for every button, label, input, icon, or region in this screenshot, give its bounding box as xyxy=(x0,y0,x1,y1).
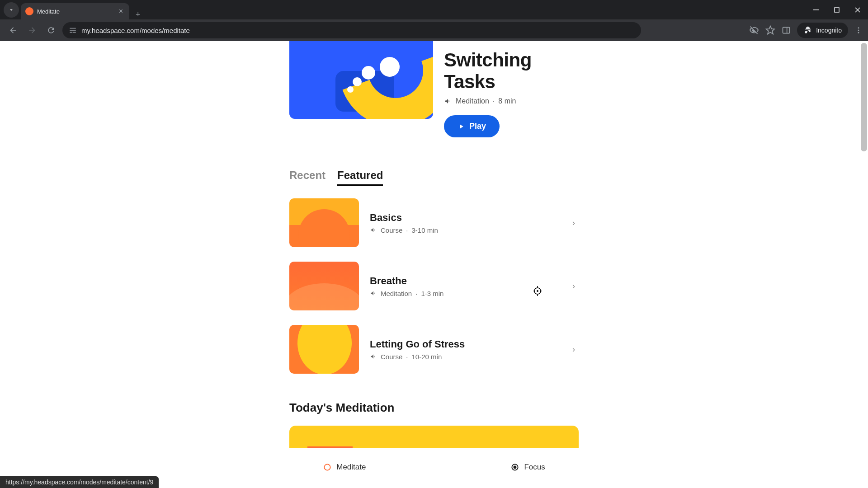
play-button[interactable]: Play xyxy=(444,115,500,137)
item-thumbnail xyxy=(289,262,359,310)
maximize-button[interactable] xyxy=(826,0,847,19)
item-title: Basics xyxy=(370,212,561,224)
hero-card: Switching Tasks Meditation · 8 min Play xyxy=(289,41,579,137)
audio-icon xyxy=(444,97,452,105)
section-today-title: Today's Meditation xyxy=(289,401,579,415)
status-bar: https://my.headspace.com/modes/meditate/… xyxy=(0,476,159,488)
page-viewport: Switching Tasks Meditation · 8 min Play … xyxy=(0,41,868,488)
tab-title: Meditate xyxy=(37,8,113,15)
new-tab-button[interactable]: + xyxy=(129,10,147,19)
meditate-icon xyxy=(323,463,332,472)
reload-button[interactable] xyxy=(43,23,59,38)
browser-toolbar: my.headspace.com/modes/meditate Incognit… xyxy=(0,19,868,41)
browser-tab[interactable]: Meditate × xyxy=(21,3,129,19)
hero-meta: Meditation · 8 min xyxy=(444,97,579,105)
tab-favicon xyxy=(25,7,33,15)
item-meta: Course·3-10 min xyxy=(370,226,561,234)
play-icon xyxy=(458,123,465,130)
list-item[interactable]: Breathe Meditation·1-3 min › xyxy=(289,262,579,310)
side-panel-icon[interactable] xyxy=(782,26,791,35)
audio-icon xyxy=(370,353,377,360)
content-tabs: Recent Featured xyxy=(289,169,579,186)
address-bar[interactable]: my.headspace.com/modes/meditate xyxy=(62,22,641,38)
svg-rect-2 xyxy=(783,27,790,33)
scrollbar-thumb[interactable] xyxy=(861,43,867,151)
svg-point-9 xyxy=(514,466,516,469)
incognito-badge[interactable]: Incognito xyxy=(797,23,848,38)
back-button[interactable] xyxy=(5,23,21,38)
focus-icon xyxy=(510,463,519,472)
incognito-label: Incognito xyxy=(816,27,842,34)
bookmark-star-icon[interactable] xyxy=(765,25,775,35)
chevron-right-icon: › xyxy=(572,218,579,228)
list-item[interactable]: Basics Course·3-10 min › xyxy=(289,198,579,247)
nav-meditate[interactable]: Meditate xyxy=(323,463,366,472)
url-text: my.headspace.com/modes/meditate xyxy=(81,27,190,34)
audio-icon xyxy=(370,226,377,234)
site-settings-icon[interactable] xyxy=(69,26,77,34)
close-window-button[interactable] xyxy=(847,0,868,19)
featured-list: Basics Course·3-10 min › Breathe xyxy=(289,198,579,374)
close-tab-icon[interactable]: × xyxy=(117,7,125,15)
item-title: Letting Go of Stress xyxy=(370,338,561,350)
item-meta: Meditation·1-3 min xyxy=(370,290,561,297)
tab-search-dropdown[interactable] xyxy=(4,2,19,18)
item-title: Breathe xyxy=(370,275,561,287)
svg-rect-0 xyxy=(813,9,819,10)
browser-tab-strip: Meditate × + xyxy=(0,0,868,19)
tab-recent[interactable]: Recent xyxy=(289,169,326,186)
today-card[interactable] xyxy=(289,426,579,448)
audio-icon xyxy=(370,290,377,297)
chevron-right-icon: › xyxy=(572,345,579,354)
svg-point-4 xyxy=(858,27,859,28)
svg-point-5 xyxy=(858,30,859,31)
svg-point-6 xyxy=(858,32,859,33)
hero-title: Switching Tasks xyxy=(444,49,579,93)
item-thumbnail xyxy=(289,325,359,374)
kebab-menu-icon[interactable] xyxy=(854,26,863,34)
list-item[interactable]: Letting Go of Stress Course·10-20 min › xyxy=(289,325,579,374)
svg-point-7 xyxy=(325,464,330,470)
item-meta: Course·10-20 min xyxy=(370,353,561,361)
bottom-nav: Meditate Focus xyxy=(0,458,868,472)
svg-rect-1 xyxy=(835,8,839,12)
eye-off-icon[interactable] xyxy=(749,25,759,35)
hero-artwork xyxy=(289,41,433,119)
chevron-right-icon: › xyxy=(572,282,579,291)
window-controls xyxy=(806,0,868,19)
minimize-button[interactable] xyxy=(806,0,826,19)
tab-featured[interactable]: Featured xyxy=(337,169,383,186)
forward-button[interactable] xyxy=(24,23,40,38)
nav-focus[interactable]: Focus xyxy=(510,463,545,472)
item-thumbnail xyxy=(289,198,359,247)
